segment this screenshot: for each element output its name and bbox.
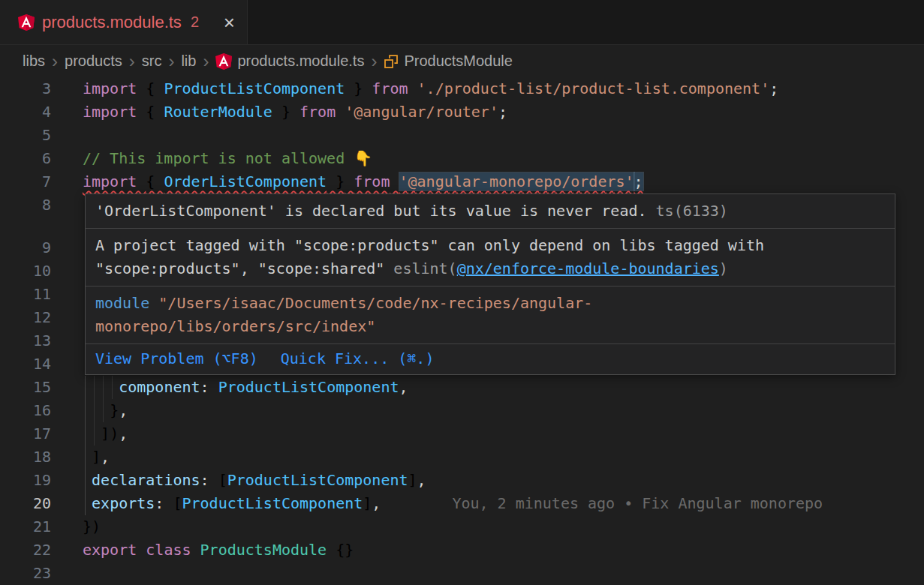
line-number: 11 — [0, 283, 51, 306]
code-editor[interactable]: 3import { ProductListComponent } from '.… — [0, 77, 924, 585]
code-content: declarations: [ProductListComponent], — [51, 469, 426, 492]
eslint-rule-link[interactable]: @nx/enforce-module-boundaries — [457, 260, 719, 278]
code-line-21: 21}) — [0, 515, 924, 538]
breadcrumb-separator-icon: › — [52, 52, 58, 70]
code-content: }, — [51, 399, 128, 422]
code-line-7: 7import { OrderListComponent } from '@an… — [0, 170, 924, 194]
line-number: 20 — [0, 492, 51, 515]
line-number: 3 — [0, 77, 51, 100]
hover-section-1: 'OrderListComponent' is declared but its… — [86, 194, 895, 229]
line-number: 19 — [0, 469, 51, 492]
code-content: ], — [51, 446, 110, 469]
breadcrumb-label: products.module.ts — [237, 52, 364, 70]
quick-fix-action[interactable]: Quick Fix... (⌘.) — [281, 347, 435, 370]
code-content: import { OrderListComponent } from '@ang… — [51, 170, 643, 194]
indent-guide — [103, 376, 104, 422]
line-number: 8 — [0, 194, 51, 217]
line-number: 4 — [0, 100, 51, 124]
breadcrumb-label: lib — [181, 52, 196, 70]
breadcrumb-item-products-module-ts[interactable]: products.module.ts — [215, 52, 364, 70]
code-content: exports: [ProductListComponent],You, 2 m… — [51, 492, 823, 515]
line-number: 12 — [0, 306, 51, 329]
line-number: 17 — [0, 422, 51, 446]
indent-guide — [85, 376, 86, 515]
close-tab-icon[interactable]: × — [224, 13, 235, 32]
code-content: import { ProductListComponent } from './… — [51, 77, 778, 100]
code-line-16: 16 }, — [0, 399, 924, 422]
line-number: 16 — [0, 399, 51, 422]
vscode-window: products.module.ts 2 × libs›products›src… — [0, 0, 924, 585]
indent-guide — [94, 376, 95, 446]
hover-status-bar: View Problem (⌥F8)Quick Fix... (⌘.) — [86, 344, 895, 374]
line-number: 18 — [0, 446, 51, 469]
hover-section-2: A project tagged with "scope:products" c… — [86, 229, 895, 286]
git-blame-annotation: You, 2 minutes ago • Fix Angular monorep… — [452, 494, 823, 512]
code-line-22: 22export class ProductsModule {} — [0, 538, 924, 562]
line-number: 22 — [0, 538, 51, 562]
code-content: import { RouterModule } from '@angular/r… — [51, 100, 507, 124]
breadcrumb-separator-icon: › — [168, 52, 174, 70]
code-line-4: 4import { RouterModule } from '@angular/… — [0, 100, 924, 124]
code-content: // This import is not allowed 👇 — [51, 147, 372, 170]
breadcrumb: libs›products›src›lib› products.module.t… — [0, 45, 924, 77]
code-line-19: 19 declarations: [ProductListComponent], — [0, 469, 924, 492]
breadcrumb-separator-icon: › — [371, 52, 377, 70]
line-number: 7 — [0, 170, 51, 194]
breadcrumb-item-productsmodule[interactable]: ProductsModule — [384, 52, 513, 70]
breadcrumb-separator-icon: › — [203, 52, 209, 70]
code-line-23: 23 — [0, 562, 924, 585]
code-content: ]), — [51, 422, 128, 446]
code-content: component: ProductListComponent, — [51, 376, 408, 399]
line-number: 13 — [0, 329, 51, 352]
tab-filename: products.module.ts — [42, 13, 182, 32]
line-number: 23 — [0, 562, 51, 585]
code-line-17: 17 ]), — [0, 422, 924, 446]
line-number: 10 — [0, 260, 51, 283]
tab-problem-count: 2 — [191, 14, 199, 31]
line-number: 6 — [0, 147, 51, 170]
breadcrumb-label: products — [65, 52, 122, 70]
breadcrumb-label: libs — [23, 52, 45, 70]
code-content: }) — [51, 515, 101, 538]
hover-section-3: module "/Users/isaac/Documents/code/nx-r… — [86, 286, 895, 344]
tab-bar: products.module.ts 2 × — [0, 0, 924, 45]
breadcrumb-item-lib[interactable]: lib — [181, 52, 196, 70]
line-number: 9 — [0, 236, 51, 260]
line-number: 14 — [0, 352, 51, 376]
breadcrumb-item-products[interactable]: products — [65, 52, 122, 70]
view-problem-action[interactable]: View Problem (⌥F8) — [95, 347, 258, 370]
breadcrumb-separator-icon: › — [129, 52, 135, 70]
angular-file-icon — [215, 53, 232, 70]
breadcrumb-item-libs[interactable]: libs — [23, 52, 45, 70]
line-number: 15 — [0, 376, 51, 399]
code-line-15: 15 component: ProductListComponent, — [0, 376, 924, 399]
indent-guide — [112, 376, 113, 399]
code-content: export class ProductsModule {} — [51, 538, 354, 562]
hover-popup: 'OrderListComponent' is declared but its… — [85, 194, 895, 375]
breadcrumb-label: src — [142, 52, 162, 70]
code-line-3: 3import { ProductListComponent } from '.… — [0, 77, 924, 100]
code-line-20: 20 exports: [ProductListComponent],You, … — [0, 492, 924, 515]
line-number: 5 — [0, 124, 51, 147]
line-number: 21 — [0, 515, 51, 538]
breadcrumb-item-src[interactable]: src — [142, 52, 162, 70]
angular-file-icon — [18, 14, 35, 31]
editor-tab-products-module[interactable]: products.module.ts 2 × — [0, 0, 248, 44]
breadcrumb-label: ProductsModule — [404, 52, 513, 70]
code-line-6: 6// This import is not allowed 👇 — [0, 147, 924, 170]
symbol-class-icon — [384, 54, 399, 69]
code-line-18: 18 ], — [0, 446, 924, 469]
code-line-5: 5 — [0, 124, 924, 147]
